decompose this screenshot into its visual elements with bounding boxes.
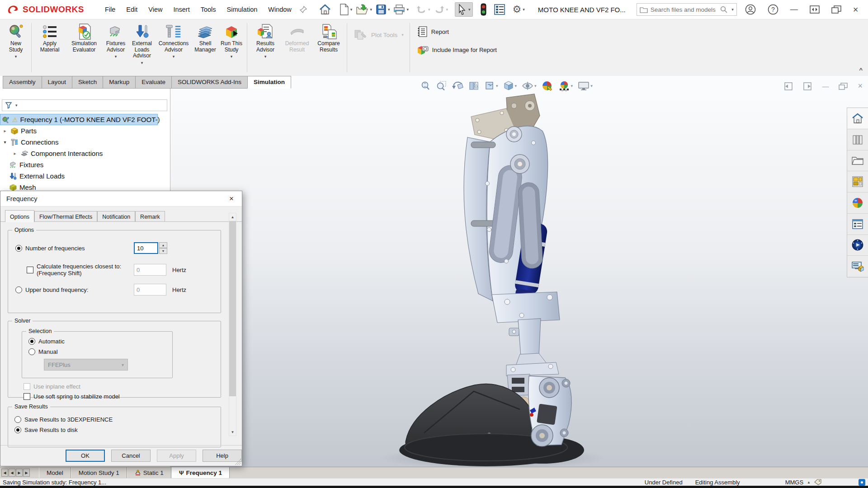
display-style-caret-icon[interactable]: ▾ [496, 84, 498, 88]
scroll-up-icon[interactable]: ▲ [229, 213, 236, 221]
dialog-tab-notification[interactable]: Notification [97, 211, 135, 222]
view-orientation-caret-icon[interactable]: ▾ [515, 84, 517, 88]
tag-icon[interactable] [814, 479, 821, 485]
previous-tab-button[interactable]: ◀ [9, 469, 15, 477]
new-document-caret-icon[interactable]: ▾ [350, 7, 353, 12]
model-foot-assembly[interactable] [399, 376, 584, 466]
menu-window[interactable]: Window [264, 3, 296, 16]
tab-sketch[interactable]: Sketch [72, 76, 103, 89]
run-this-study-button[interactable]: Run This Study ▾ [218, 22, 245, 61]
first-tab-button[interactable]: ◀ [1, 469, 8, 477]
help-icon[interactable]: ? [768, 4, 778, 15]
tab-motion-study-1[interactable]: Motion Study 1 [71, 467, 127, 478]
simulation-evaluator-button[interactable]: Simulation Evaluator [66, 22, 103, 53]
span-displays-button[interactable] [810, 5, 820, 14]
automatic-label[interactable]: Automatic [38, 338, 65, 345]
spinner-up-icon[interactable]: ▲ [159, 242, 167, 248]
results-advisor-caret-icon[interactable]: ▾ [264, 54, 267, 60]
viewport-close-button[interactable]: × [858, 81, 863, 91]
open-button[interactable]: ▾ [354, 2, 373, 17]
new-study-button[interactable]: New Study ▾ [3, 22, 29, 61]
solidworks-resources-button[interactable] [847, 256, 868, 277]
tab-frequency-1[interactable]: Ψ Frequency 1 [171, 467, 230, 478]
save-to-disk-label[interactable]: Save Results to disk [24, 427, 78, 433]
number-of-frequencies-input[interactable] [134, 242, 158, 254]
print-button[interactable]: ▾ [392, 3, 410, 16]
tree-item-connections[interactable]: ▾ Connections [0, 136, 170, 148]
new-document-button[interactable]: ▾ [338, 2, 354, 17]
interference-check-button[interactable] [479, 2, 488, 17]
save-to-3dexperience-radio[interactable] [14, 416, 21, 423]
3dexperience-button[interactable] [847, 235, 868, 256]
file-explorer-button[interactable] [847, 150, 868, 172]
tree-item-component-interactions[interactable]: ▸ Component Interactions [0, 148, 170, 159]
frequency-shift-label[interactable]: Calculate frequencies closest to: (Frequ… [37, 263, 121, 277]
save-caret-icon[interactable]: ▾ [388, 7, 390, 12]
number-of-frequencies-label[interactable]: Number of frequencies [25, 245, 85, 252]
view-palette-button[interactable] [847, 171, 868, 192]
account-icon[interactable] [745, 4, 756, 15]
design-library-button[interactable] [847, 129, 868, 150]
soft-spring-checkbox[interactable] [24, 393, 30, 400]
next-tab-button[interactable]: ▶ [16, 469, 23, 477]
prosthetic-leg-model[interactable] [371, 89, 624, 467]
menu-simulation[interactable]: Simulation [222, 3, 262, 16]
new-study-caret-icon[interactable]: ▾ [15, 54, 17, 60]
tree-item-parts[interactable]: ▸ Parts [0, 125, 170, 136]
dialog-resize-grip[interactable] [235, 459, 241, 465]
menu-file[interactable]: File [100, 3, 120, 16]
print-caret-icon[interactable]: ▾ [406, 7, 409, 12]
upper-bound-radio[interactable] [15, 286, 22, 293]
search-box[interactable]: ▾ [637, 3, 737, 16]
tree-filter-bar[interactable]: ▾ [2, 99, 167, 111]
menu-edit[interactable]: Edit [122, 3, 142, 16]
close-button[interactable]: × [853, 5, 859, 15]
save-to-disk-radio[interactable] [14, 427, 21, 433]
compare-results-button[interactable]: ? Compare Results [313, 22, 344, 53]
units-caret-icon[interactable]: ▲ [807, 480, 811, 484]
collapse-pane-right-icon[interactable] [803, 82, 812, 91]
open-caret-icon[interactable]: ▾ [370, 7, 372, 12]
dialog-tab-remark[interactable]: Remark [135, 211, 165, 222]
dialog-tab-options[interactable]: Options [5, 210, 34, 222]
menu-view[interactable]: View [144, 3, 167, 16]
units-label[interactable]: MMGS [785, 479, 803, 486]
tab-model[interactable]: Model [39, 467, 71, 478]
save-to-3dexperience-label[interactable]: Save Results to 3DEXPERIENCE [24, 416, 113, 423]
dialog-title-bar[interactable]: Frequency × [0, 191, 242, 206]
tab-simulation[interactable]: Simulation [247, 76, 291, 89]
select-tool-caret-icon[interactable]: ▾ [468, 7, 471, 12]
model-knee-assembly[interactable] [464, 94, 548, 302]
hide-show-caret-icon[interactable]: ▾ [534, 84, 537, 88]
tab-layout[interactable]: Layout [42, 76, 72, 89]
upper-bound-label[interactable]: Upper bound frequency: [25, 286, 88, 293]
notification-icon[interactable] [859, 479, 865, 486]
external-loads-advisor-button[interactable]: External Loads Advisor ▾ [129, 22, 155, 66]
results-advisor-button[interactable]: Results Advisor ▾ [250, 22, 281, 61]
expand-parts-icon[interactable]: ▸ [2, 128, 8, 133]
search-icon[interactable] [720, 6, 727, 13]
tree-item-frequency-study[interactable]: ⚠ Frequency 1 (-MOTO KNEE AND VF2 FOOT-) [0, 114, 158, 125]
external-loads-caret-icon[interactable]: ▾ [141, 60, 143, 66]
connections-advisor-button[interactable]: Connections Advisor ▾ [155, 22, 192, 61]
custom-properties-button[interactable] [847, 214, 868, 235]
tab-evaluate[interactable]: Evaluate [135, 76, 171, 89]
tab-static-1[interactable]: Static 1 [127, 467, 171, 478]
number-of-frequencies-radio[interactable] [15, 245, 22, 252]
options-button[interactable]: ⚙ ▾ [511, 2, 526, 17]
collapse-connections-icon[interactable]: ▾ [2, 140, 8, 145]
manual-label[interactable]: Manual [38, 348, 58, 355]
collapse-pane-left-icon[interactable] [784, 82, 793, 91]
fixtures-advisor-caret-icon[interactable]: ▾ [115, 54, 117, 60]
connections-caret-icon[interactable]: ▾ [173, 54, 175, 60]
menu-tools[interactable]: Tools [196, 3, 221, 16]
view-settings-caret-icon[interactable]: ▾ [590, 84, 593, 88]
expand-interactions-icon[interactable]: ▸ [12, 151, 18, 156]
task-scheduler-button[interactable] [492, 2, 507, 17]
options-caret-icon[interactable]: ▾ [523, 7, 525, 12]
manual-radio[interactable] [28, 348, 35, 355]
task-pane-home-button[interactable] [847, 108, 868, 129]
run-study-caret-icon[interactable]: ▾ [231, 54, 233, 60]
restore-button[interactable] [831, 5, 841, 14]
shell-manager-button[interactable]: Shell Manager [192, 22, 218, 53]
